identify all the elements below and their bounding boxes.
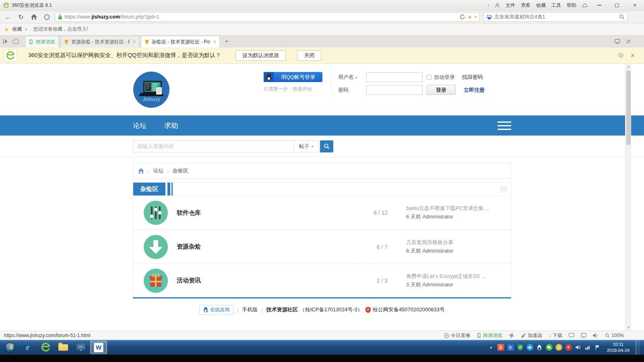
close-button[interactable]: ✕ [629, 2, 641, 9]
notice-close-button[interactable]: 关闭 [297, 50, 321, 61]
tray-volume-icon[interactable] [575, 344, 582, 351]
site-safety-icon[interactable] [42, 12, 52, 22]
music-tray-icon[interactable] [555, 344, 562, 351]
site-logo[interactable]: Jishuzy [133, 71, 170, 108]
taskbar-360-browser-icon[interactable] [37, 341, 54, 354]
speed-mode-icon[interactable] [468, 14, 472, 20]
forum-name[interactable]: 资源杂烩 [177, 243, 363, 251]
language-bar-icon[interactable] [507, 344, 514, 351]
qq-tray-icon[interactable] [536, 344, 543, 351]
tab-list-icon[interactable] [3, 39, 8, 44]
cloud-sync-icon[interactable] [12, 39, 20, 44]
crumb-forum[interactable]: 论坛 [153, 167, 163, 175]
sogou-input-icon[interactable]: S [497, 344, 504, 351]
nav-help[interactable]: 求助 [164, 121, 178, 130]
gift-icon[interactable] [144, 269, 168, 293]
site-name[interactable]: 技术资源社区 [266, 306, 298, 313]
favorites-star-icon[interactable]: ★ [4, 26, 9, 33]
live-today-button[interactable]: 今日直播 [444, 332, 470, 339]
favorites-dropdown-icon[interactable]: ▾ [25, 27, 27, 31]
taskbar-ie-icon[interactable]: e [19, 341, 36, 354]
forum-name[interactable]: 软件仓库 [177, 209, 363, 217]
nav-menu-icon[interactable] [497, 121, 511, 130]
window-layout-icon[interactable] [581, 333, 586, 338]
lastpost-title[interactable]: baidu云盘不限速下载PC安卓合集 ... [406, 205, 500, 212]
security-record-link[interactable]: 桂公网安备45070202000633号 [373, 306, 445, 313]
hidden-icons-chevron[interactable]: ▲ [488, 344, 495, 351]
send-to-desktop-icon[interactable] [615, 39, 620, 45]
lastpost-meta[interactable]: 6 天前 Administrator [406, 247, 500, 255]
skin-icon[interactable] [582, 3, 588, 8]
message-icon[interactable] [569, 333, 574, 338]
forum-row-software[interactable]: 软件仓库 8 / 12 baidu云盘不限速下载PC安卓合集 ... 6 天前 … [133, 196, 511, 230]
home-icon[interactable] [138, 168, 144, 174]
lastpost-title[interactable]: 免费申请Let’s Encrypt泛域名SS ... [406, 273, 500, 280]
taskbar-clock[interactable]: 10:11 2018-04-24 [607, 341, 630, 354]
user-account-icon[interactable] [495, 3, 500, 8]
mobile-version-link[interactable]: 手机版 [242, 306, 258, 313]
menu-help[interactable]: 帮助 [567, 2, 576, 9]
zoom-control[interactable]: 100% [605, 333, 624, 338]
scroll-down-icon[interactable]: ▼ [625, 325, 632, 331]
favorites-hint[interactable]: 您还没有收藏，点击导入! [33, 26, 88, 33]
taskbar-device-tool-icon[interactable] [72, 341, 89, 354]
section-title[interactable]: 杂烩区 [133, 183, 165, 195]
menu-view[interactable]: 查看 [521, 2, 530, 9]
sliders-icon[interactable] [144, 201, 168, 225]
menu-file[interactable]: 文件 [506, 2, 515, 9]
username-dropdown-icon[interactable]: ▾ [355, 76, 357, 80]
volume-icon[interactable] [593, 333, 599, 338]
menu-favorites[interactable]: 收藏 [536, 2, 546, 9]
extensions-collapse-icon[interactable]: › [487, 2, 489, 8]
url-field[interactable]: https://www.jishuzy.com/forum.php?gid=1 … [55, 12, 480, 22]
menu-tools[interactable]: 工具 [551, 2, 561, 9]
section-collapse-button[interactable]: − [501, 186, 507, 192]
action-flag-icon[interactable] [594, 344, 601, 351]
qq-login-button[interactable]: 用QQ帐号登录 [264, 72, 322, 82]
forum-name[interactable]: 活动资讯 [177, 277, 363, 284]
scrollbar-thumb[interactable] [626, 70, 631, 145]
show-desktop-button[interactable] [636, 340, 640, 355]
search-engine-paw-icon[interactable] [486, 14, 492, 20]
browser-search-input[interactable] [494, 14, 617, 20]
cloud-drive-icon[interactable] [526, 344, 533, 351]
tab-close-icon[interactable]: × [133, 39, 136, 45]
forum-search-button[interactable] [320, 140, 333, 152]
back-button[interactable]: ← [3, 12, 13, 22]
mode-dropdown-icon[interactable]: ▾ [475, 15, 477, 19]
username-input[interactable] [366, 72, 423, 82]
notice-dismiss-icon[interactable]: ✕ [630, 52, 635, 59]
search-go-icon[interactable] [619, 14, 625, 20]
page-scrollbar[interactable]: ▲ ▼ [625, 64, 631, 331]
download-button[interactable]: ↓ 下载 [549, 332, 562, 339]
register-link[interactable]: 立即注册 [464, 86, 485, 94]
tab-zahuiqu-active[interactable]: 杂烩区 - 技术资源社区 - Powe × [141, 36, 220, 47]
crumb-section[interactable]: 杂烩区 [173, 167, 188, 175]
new-tab-button[interactable]: ＋ [221, 38, 232, 45]
find-password-link[interactable]: 找回密码 [462, 74, 483, 81]
reopen-closed-tab-icon[interactable]: ↻ [626, 39, 630, 45]
lastpost-title[interactable]: 几百套简历模板分享 [406, 239, 500, 247]
browser-search-box[interactable] [483, 12, 628, 22]
password-input[interactable] [366, 85, 423, 95]
login-button[interactable]: 登录 [427, 85, 456, 95]
lastpost-meta[interactable]: 3 天前 Administrator [406, 281, 500, 289]
favorites-label[interactable]: 收藏 [12, 26, 22, 33]
tab-ziyuanzahui[interactable]: 资源杂烩 - 技术资源社区 - Pov × [60, 36, 139, 47]
update-tray-icon[interactable] [565, 344, 572, 351]
network-icon[interactable] [584, 344, 591, 351]
cross-screen-button[interactable]: 跨屏浏览 [477, 332, 502, 339]
lastpost-meta[interactable]: 6 天前 Administrator [406, 213, 500, 221]
reload-button[interactable]: ↻ [16, 12, 26, 22]
tab-cross-screen[interactable]: 跨屏浏览 [25, 36, 59, 47]
auto-login-checkbox[interactable] [427, 75, 431, 80]
pinwheel-icon[interactable] [509, 333, 514, 338]
minimize-button[interactable] [593, 2, 605, 9]
forum-row-resources[interactable]: 资源杂烩 6 / 7 几百套简历模板分享 6 天前 Administrator [133, 230, 511, 263]
online-service-button[interactable]: 在线咨询 [199, 305, 233, 315]
search-type-select[interactable]: 帖子▾ [293, 141, 318, 152]
scroll-up-icon[interactable]: ▲ [625, 64, 632, 70]
restore-button[interactable] [611, 2, 623, 9]
security-shield-icon[interactable] [517, 344, 524, 351]
taskbar-explorer-icon[interactable] [55, 341, 72, 354]
